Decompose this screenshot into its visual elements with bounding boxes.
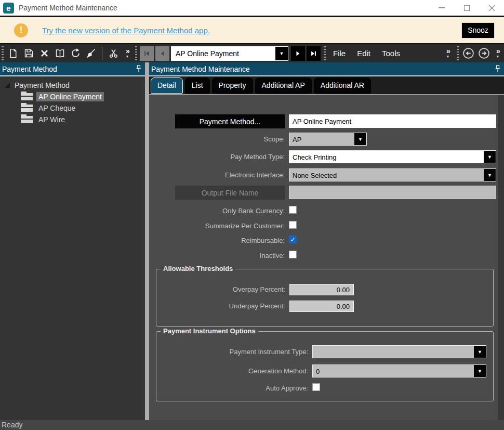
tree-item-ap-wire[interactable]: AP Wire xyxy=(0,114,145,125)
clean-button[interactable] xyxy=(83,46,99,61)
tree-item-label: AP Online Payment xyxy=(36,92,104,101)
maximize-button[interactable] xyxy=(454,0,479,16)
snooze-button[interactable]: Snooz xyxy=(461,22,495,38)
folder-icon xyxy=(21,93,33,100)
tree-panel-title: Payment Method xyxy=(2,65,57,73)
refresh-button[interactable] xyxy=(68,46,83,61)
record-combo-value[interactable]: AP Online Payment xyxy=(171,47,275,60)
summarize-per-customer-checkbox[interactable] xyxy=(289,221,297,229)
tab-detail[interactable]: Detail xyxy=(151,77,183,94)
folder-icon xyxy=(21,116,33,123)
output-file-name-field xyxy=(289,186,496,199)
tree-panel: Payment Method Payment Method AP Online … xyxy=(0,62,145,420)
menu-file[interactable]: File xyxy=(327,46,351,61)
book-button[interactable] xyxy=(52,46,68,61)
generation-method-label: Generation Method: xyxy=(156,367,308,375)
first-record-button[interactable] xyxy=(140,46,154,61)
dropdown-arrow-icon[interactable]: ▼ xyxy=(484,151,496,163)
generation-method-dropdown[interactable]: 0 ▼ xyxy=(312,364,486,377)
save-icon xyxy=(23,48,34,59)
dropdown-arrow-icon[interactable]: ▼ xyxy=(484,169,496,181)
main-area: Payment Method Payment Method AP Online … xyxy=(0,62,504,420)
only-bank-currency-checkbox[interactable] xyxy=(289,206,297,214)
tree-root-node[interactable]: Payment Method xyxy=(0,80,145,91)
delete-icon xyxy=(39,48,49,58)
close-icon xyxy=(488,5,495,11)
auto-approve-checkbox[interactable] xyxy=(312,383,320,391)
cut-button[interactable] xyxy=(105,46,121,61)
minimize-button[interactable] xyxy=(429,0,454,16)
book-icon xyxy=(55,48,65,59)
overpay-percent-field[interactable]: 0.00 xyxy=(289,284,354,295)
auto-approve-label: Auto Approve: xyxy=(156,384,308,392)
menu-overflow-button[interactable]: » ▼ xyxy=(442,46,454,61)
payment-instrument-type-dropdown[interactable]: ▼ xyxy=(312,345,486,358)
tree-item-ap-online-payment[interactable]: AP Online Payment xyxy=(0,91,145,102)
next-record-button[interactable] xyxy=(291,46,305,61)
dropdown-arrow-icon[interactable]: ▼ xyxy=(474,365,486,377)
tree-item-label: AP Wire xyxy=(36,115,67,124)
electronic-interface-value: None Selected xyxy=(289,169,484,181)
nav-overflow-button[interactable]: » ▼ xyxy=(492,46,504,61)
previous-record-button[interactable] xyxy=(155,46,169,61)
delete-button[interactable] xyxy=(36,46,52,61)
panel-splitter[interactable] xyxy=(145,62,149,420)
summarize-per-customer-label: Summarize Per Customer: xyxy=(149,222,285,230)
chevron-down-icon: ▼ xyxy=(446,54,450,59)
payment-method-field[interactable]: AP Online Payment xyxy=(289,114,496,128)
close-button[interactable] xyxy=(479,0,504,16)
menu-edit[interactable]: Edit xyxy=(351,46,376,61)
tab-strip: Detail List Property Additional AP Addit… xyxy=(149,76,504,95)
tree-expander-icon[interactable] xyxy=(5,83,10,88)
payment-method-button[interactable]: Payment Method... xyxy=(175,114,285,128)
tree-item-label: AP Cheque xyxy=(36,103,77,113)
toolbar-separator xyxy=(102,47,102,60)
tab-additional-ap[interactable]: Additional AP xyxy=(255,77,312,94)
detail-panel-title: Payment Method Maintenance xyxy=(151,65,250,73)
pay-method-type-dropdown[interactable]: Check Printing ▼ xyxy=(289,150,496,163)
payment-instrument-type-label: Payment Instrument Type: xyxy=(156,348,308,356)
pin-button[interactable] xyxy=(136,65,142,73)
toolbar-overflow-button[interactable]: » ▼ xyxy=(121,46,134,61)
titlebar: e Payment Method Maintenance xyxy=(0,0,504,17)
record-combo-dropdown-icon[interactable]: ▼ xyxy=(275,47,288,60)
window-title: Payment Method Maintenance xyxy=(19,4,117,12)
menu-tools[interactable]: Tools xyxy=(376,46,406,61)
navbuttons-grip[interactable] xyxy=(457,46,459,60)
inactive-checkbox[interactable] xyxy=(289,251,297,258)
menubar-grip[interactable] xyxy=(324,46,326,60)
recordnav-grip[interactable] xyxy=(135,46,137,60)
detail-form: Payment Method... AP Online Payment Scop… xyxy=(149,95,498,420)
last-record-button[interactable] xyxy=(307,46,321,61)
reimbursable-checkbox[interactable] xyxy=(289,236,297,243)
dropdown-arrow-icon[interactable]: ▼ xyxy=(354,133,366,145)
toolbar-grip[interactable] xyxy=(2,46,4,60)
chevron-double-icon: » xyxy=(446,48,449,54)
new-document-button[interactable] xyxy=(5,46,21,61)
tab-list[interactable]: List xyxy=(185,77,210,94)
tab-property[interactable]: Property xyxy=(212,77,253,94)
chevron-down-icon: ▼ xyxy=(496,54,500,59)
scope-dropdown[interactable]: AP ▼ xyxy=(289,133,367,146)
record-combo: AP Online Payment ▼ xyxy=(171,46,288,61)
scissors-icon xyxy=(108,48,119,59)
electronic-interface-dropdown[interactable]: None Selected ▼ xyxy=(289,168,496,181)
last-record-icon xyxy=(310,50,317,57)
underpay-percent-field[interactable]: 0.00 xyxy=(289,301,354,312)
tree-panel-header: Payment Method xyxy=(0,62,145,76)
detail-form-wrap: Payment Method... AP Online Payment Scop… xyxy=(149,95,504,420)
tab-additional-ar[interactable]: Additional AR xyxy=(314,77,371,94)
history-nav: » ▼ xyxy=(460,44,504,62)
pin-button[interactable] xyxy=(495,65,501,73)
back-button[interactable] xyxy=(460,46,476,61)
save-button[interactable] xyxy=(21,46,36,61)
folder-icon xyxy=(21,105,33,112)
broom-icon xyxy=(86,48,97,59)
chevron-down-icon: ▼ xyxy=(126,54,129,59)
detail-panel-header: Payment Method Maintenance xyxy=(149,62,504,76)
new-version-link[interactable]: Try the new version of the Payment Metho… xyxy=(42,26,210,35)
tree-item-ap-cheque[interactable]: AP Cheque xyxy=(0,102,145,114)
dropdown-arrow-icon[interactable]: ▼ xyxy=(474,346,486,358)
payment-instrument-type-value xyxy=(313,346,474,358)
forward-button[interactable] xyxy=(476,46,492,61)
